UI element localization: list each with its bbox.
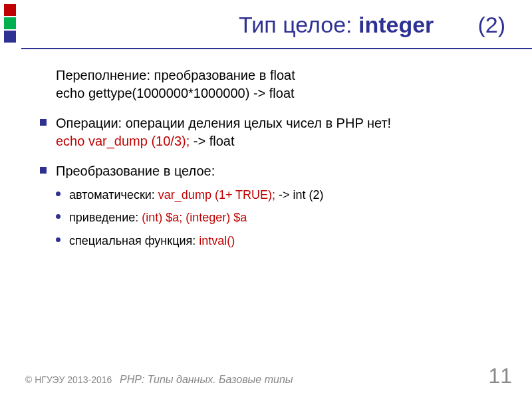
code-text: var_dump (1+ TRUE); — [158, 188, 275, 201]
bullet-item: Преобразование в целое: автоматически: v… — [40, 162, 505, 249]
content-area: Переполнение: преобразование в float ech… — [40, 66, 505, 261]
square-bullet-icon — [40, 167, 47, 174]
bullet-item: Операции: операции деления целых чисел в… — [40, 114, 505, 150]
title-suffix: (2) — [477, 12, 505, 37]
slide: Тип целое: integer (2) Переполнение: пре… — [0, 0, 532, 399]
text: автоматически: — [69, 188, 158, 201]
sub-item: приведение: (int) $a; (integer) $a — [56, 209, 505, 225]
dot-bullet-icon — [56, 237, 61, 242]
title-rule — [21, 48, 532, 49]
text: Переполнение: преобразование в float — [56, 68, 295, 82]
square-bullet-icon — [40, 119, 47, 126]
text: Операции: операции деления целых чисел в… — [56, 116, 391, 130]
text: -> int (2) — [275, 188, 324, 201]
dot-bullet-icon — [56, 192, 61, 196]
decor-square-blue — [4, 31, 16, 43]
decor-square-green — [4, 17, 16, 29]
text: приведение: — [69, 211, 142, 224]
text: Преобразование в целое: — [56, 164, 215, 178]
slide-title: Тип целое: integer (2) — [239, 12, 505, 38]
dot-bullet-icon — [56, 214, 61, 219]
text: специальная функция: — [69, 234, 199, 247]
footer-copyright: © НГУЭУ 2013-2016 — [25, 374, 112, 386]
text: -> float — [190, 134, 234, 148]
bullet-list: Переполнение: преобразование в float ech… — [40, 66, 505, 249]
code-text: echo var_dump (10/3); — [56, 134, 190, 148]
title-bold: integer — [358, 12, 434, 37]
decor-sidebar — [0, 0, 20, 399]
sub-item: автоматически: var_dump (1+ TRUE); -> in… — [56, 187, 505, 203]
page-number: 11 — [488, 364, 512, 388]
decor-square-red — [4, 4, 16, 16]
code-text: intval() — [199, 234, 235, 247]
title-prefix: Тип целое: — [239, 12, 358, 37]
code-text: (int) $a; (integer) $a — [142, 211, 247, 224]
sub-list: автоматически: var_dump (1+ TRUE); -> in… — [56, 187, 505, 249]
bullet-item: Переполнение: преобразование в float ech… — [40, 66, 505, 102]
text: echo gettype(1000000*1000000) -> float — [56, 86, 295, 100]
footer-subtitle: PHP: Типы данных. Базовые типы — [120, 374, 293, 386]
sub-item: специальная функция: intval() — [56, 233, 505, 249]
